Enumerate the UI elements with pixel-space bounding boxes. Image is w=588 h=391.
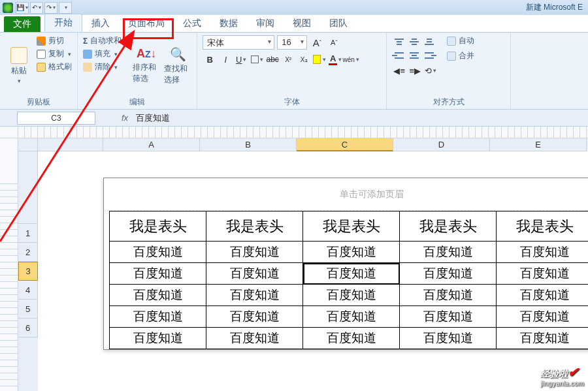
cell[interactable]: 百度知道: [400, 285, 497, 306]
cell[interactable]: 百度知道: [110, 263, 206, 285]
border-button[interactable]: [250, 52, 264, 67]
align-right-button[interactable]: [422, 49, 436, 62]
window-title: 新建 Microsoft E: [526, 2, 585, 13]
superscript-button[interactable]: X²: [281, 52, 295, 67]
sheet-canvas[interactable]: A B C D E 单击可添加页眉 我是表头 我是表头 我是表头 我是表头 我是…: [38, 138, 588, 391]
align-bottom-button[interactable]: [422, 35, 436, 48]
col-header-c[interactable]: C: [297, 138, 393, 151]
qat-redo-icon[interactable]: ↷: [44, 2, 57, 14]
cell[interactable]: 百度知道: [206, 306, 303, 328]
tab-formula[interactable]: 公式: [174, 15, 210, 32]
sort-filter-button[interactable]: AZ↓ 排序和筛选: [133, 35, 160, 96]
th[interactable]: 我是表头: [206, 211, 303, 242]
font-size-combo[interactable]: 16: [277, 35, 307, 50]
qat-save-icon[interactable]: 💾: [16, 2, 29, 14]
tab-file[interactable]: 文件: [4, 16, 41, 32]
cell[interactable]: 百度知道: [400, 242, 497, 263]
subscript-button[interactable]: X₂: [297, 52, 311, 67]
cell[interactable]: 百度知道: [110, 242, 206, 263]
paste-label: 粘贴: [11, 65, 27, 76]
th[interactable]: 我是表头: [497, 211, 589, 242]
cell[interactable]: 百度知道: [400, 328, 497, 349]
paste-button[interactable]: 粘贴 ▾: [5, 35, 33, 96]
clear-button[interactable]: 清除: [83, 61, 129, 72]
col-header-e[interactable]: E: [490, 138, 587, 151]
fx-icon[interactable]: fx: [122, 113, 128, 123]
cell[interactable]: 百度知道: [206, 285, 303, 306]
merge-center-button[interactable]: 合并: [447, 50, 474, 61]
select-all-corner[interactable]: [18, 138, 38, 151]
format-painter-button[interactable]: 格式刷: [37, 61, 72, 72]
cell[interactable]: 百度知道: [206, 242, 303, 263]
cell[interactable]: 百度知道: [400, 306, 497, 328]
th[interactable]: 我是表头: [110, 211, 206, 242]
strikethrough-button[interactable]: abc: [265, 52, 280, 67]
align-center-button[interactable]: [407, 49, 421, 62]
cell[interactable]: 百度知道: [206, 263, 303, 285]
tab-review[interactable]: 审阅: [247, 15, 284, 32]
orientation-button[interactable]: ⟲: [423, 63, 438, 78]
cell[interactable]: 百度知道: [110, 285, 206, 306]
tab-team[interactable]: 团队: [320, 15, 357, 32]
bold-button[interactable]: B: [203, 52, 217, 67]
cell-selected[interactable]: 百度知道: [303, 263, 400, 285]
cell[interactable]: 百度知道: [497, 306, 589, 328]
phonetic-button[interactable]: wén: [344, 52, 358, 67]
col-header-a[interactable]: A: [103, 138, 200, 151]
cell[interactable]: 百度知道: [206, 328, 303, 349]
underline-button[interactable]: U: [234, 52, 248, 67]
find-select-button[interactable]: 🔍 查找和选择: [164, 35, 191, 96]
cell[interactable]: 百度知道: [400, 263, 497, 285]
formula-bar-value[interactable]: 百度知道: [136, 112, 170, 124]
cell[interactable]: 百度知道: [303, 242, 400, 263]
shrink-font-button[interactable]: Aˇ: [327, 35, 341, 50]
tab-home[interactable]: 开始: [44, 14, 82, 32]
col-header-b[interactable]: B: [200, 138, 297, 151]
excel-orb-icon[interactable]: [3, 3, 13, 13]
qat-undo-icon[interactable]: ↶: [30, 2, 43, 14]
cell[interactable]: 百度知道: [497, 242, 589, 263]
cell[interactable]: 百度知道: [110, 328, 206, 349]
th[interactable]: 我是表头: [303, 211, 400, 242]
col-header-d[interactable]: D: [393, 138, 490, 151]
data-table: 我是表头 我是表头 我是表头 我是表头 我是表头 百度知道 百度知道 百度知道 …: [109, 211, 588, 349]
cell[interactable]: 百度知道: [303, 328, 400, 349]
row-header-1[interactable]: 1: [18, 224, 38, 243]
cell[interactable]: 百度知道: [497, 285, 589, 306]
table-row: 百度知道 百度知道 百度知道 百度知道 百度知道: [110, 306, 589, 328]
increase-indent-button[interactable]: ≡▶: [408, 63, 422, 78]
page-header-placeholder[interactable]: 单击可添加页眉: [104, 178, 588, 211]
cell[interactable]: 百度知道: [303, 285, 400, 306]
th[interactable]: 我是表头: [400, 211, 497, 242]
tab-data[interactable]: 数据: [210, 15, 247, 32]
align-left-button[interactable]: [392, 49, 406, 62]
autosum-button[interactable]: Σ自动求和: [83, 35, 129, 46]
table-header-row: 我是表头 我是表头 我是表头 我是表头 我是表头: [110, 211, 589, 242]
row-header-6[interactable]: 6: [18, 319, 38, 337]
fill-color-button[interactable]: [312, 52, 327, 67]
copy-button[interactable]: 复制: [37, 48, 72, 59]
tab-insert[interactable]: 插入: [82, 15, 119, 32]
name-box[interactable]: [17, 112, 95, 125]
font-color-button[interactable]: A: [328, 52, 342, 67]
cell[interactable]: 百度知道: [497, 263, 589, 285]
row-header-4[interactable]: 4: [18, 281, 38, 300]
fill-button[interactable]: 填充: [83, 48, 129, 59]
align-top-button[interactable]: [392, 35, 406, 48]
cut-button[interactable]: 剪切: [37, 35, 72, 46]
cell[interactable]: 百度知道: [497, 328, 589, 349]
grow-font-button[interactable]: Aˆ: [310, 35, 324, 50]
row-header-3[interactable]: 3: [18, 262, 38, 281]
row-header-5[interactable]: 5: [18, 300, 38, 319]
tab-view[interactable]: 视图: [284, 15, 320, 32]
cell[interactable]: 百度知道: [303, 306, 400, 328]
cell[interactable]: 百度知道: [110, 306, 206, 328]
italic-button[interactable]: I: [218, 52, 233, 67]
row-header-2[interactable]: 2: [18, 243, 38, 262]
align-middle-button[interactable]: [407, 35, 421, 48]
tab-page-layout[interactable]: 页面布局: [119, 15, 174, 32]
decrease-indent-button[interactable]: ◀≡: [392, 63, 406, 78]
wrap-text-button[interactable]: 自动: [447, 35, 474, 46]
font-name-combo[interactable]: 宋体: [203, 35, 274, 50]
qat-more-icon[interactable]: [59, 2, 72, 14]
